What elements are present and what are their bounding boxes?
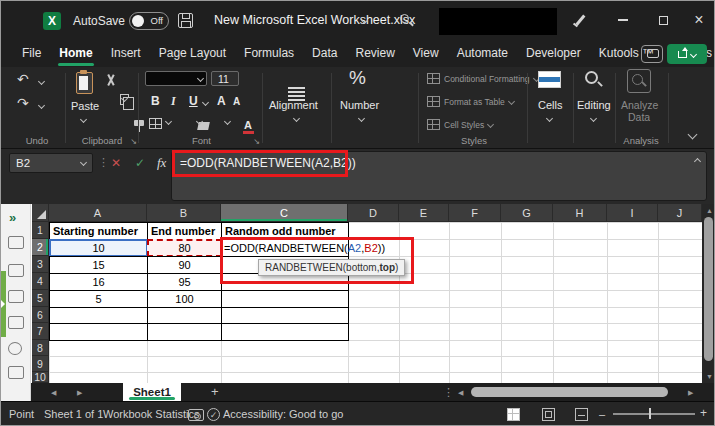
underline-button[interactable]: U xyxy=(189,94,198,108)
excel-app-icon[interactable]: X xyxy=(43,12,61,30)
font-size-combo[interactable]: 11 xyxy=(211,71,239,86)
tab-insert[interactable]: Insert xyxy=(102,41,150,67)
close-button[interactable]: × xyxy=(682,1,715,39)
statistics-icon[interactable] xyxy=(188,409,204,421)
name-box[interactable]: B2 xyxy=(9,153,93,173)
tab-review[interactable]: Review xyxy=(346,41,403,67)
scroll-up-icon[interactable]: ▲ xyxy=(706,207,713,214)
zoom-in-button[interactable]: + xyxy=(700,406,707,420)
font-color-icon[interactable]: A xyxy=(244,120,252,130)
row-header-3[interactable]: 3 xyxy=(32,256,49,273)
italic-button[interactable]: I xyxy=(171,94,176,109)
tab-data[interactable]: Data xyxy=(303,41,346,67)
font-name-combo[interactable] xyxy=(145,71,207,86)
cell-c6[interactable] xyxy=(221,307,349,324)
save-icon[interactable] xyxy=(178,13,193,28)
grow-font-button[interactable]: A xyxy=(217,94,226,108)
cell-a2[interactable]: 10 xyxy=(49,239,148,257)
cell-b6[interactable] xyxy=(147,307,222,324)
pen-mode-icon[interactable] xyxy=(573,13,589,29)
cell-c5[interactable] xyxy=(221,290,349,308)
zoom-out-button[interactable]: – xyxy=(599,408,605,420)
cancel-icon[interactable]: ✕ xyxy=(111,156,121,170)
accessibility-status[interactable]: Accessibility: Good to go xyxy=(223,408,343,420)
column-header-f[interactable]: F xyxy=(449,204,501,222)
add-sheet-icon[interactable]: + xyxy=(211,384,219,399)
horizontal-scroll-thumb[interactable] xyxy=(471,387,668,397)
cell-a5[interactable]: 5 xyxy=(49,290,148,308)
view-page-layout-icon[interactable] xyxy=(542,408,555,421)
hscroll-left-icon[interactable]: ◀ xyxy=(458,389,463,396)
analyze-data-label-1[interactable]: Analyze xyxy=(621,99,658,111)
column-header-i[interactable]: I xyxy=(607,204,658,222)
search-icon[interactable] xyxy=(400,14,409,23)
cell-b1[interactable]: End number xyxy=(147,222,222,240)
row-header-2[interactable]: 2 xyxy=(32,239,49,256)
undo-icon[interactable]: ↶ xyxy=(17,71,29,87)
clipboard-dialog-launcher-icon[interactable]: ↘ xyxy=(130,137,137,146)
cells-group[interactable]: Cells xyxy=(529,67,573,149)
column-header-h[interactable]: H xyxy=(553,204,607,222)
cell-b7[interactable] xyxy=(147,323,222,341)
tab-home[interactable]: Home xyxy=(50,41,101,67)
zoom-slider-handle[interactable] xyxy=(649,408,651,419)
vertical-scrollbar[interactable]: ▲ ▼ xyxy=(702,204,715,383)
sheet-prev-icon[interactable]: ◀ xyxy=(51,389,56,396)
kutools-pane-handle[interactable] xyxy=(1,271,6,337)
column-header-a[interactable]: A xyxy=(49,204,147,222)
tab-formulas[interactable]: Formulas xyxy=(235,41,303,67)
row-header-6[interactable]: 6 xyxy=(32,307,49,323)
accessibility-icon[interactable]: ✓ xyxy=(207,408,220,421)
conditional-formatting-button[interactable]: Conditional Formatting xyxy=(427,73,539,84)
view-normal-icon[interactable] xyxy=(507,408,520,421)
bold-button[interactable]: B xyxy=(151,94,160,108)
font-color-chevron-icon[interactable] xyxy=(224,118,231,125)
redo-chevron-icon[interactable] xyxy=(38,102,45,109)
external-link-icon[interactable] xyxy=(8,366,24,379)
print-icon[interactable] xyxy=(8,290,24,303)
shrink-font-button[interactable]: A xyxy=(233,96,240,107)
cell-a1[interactable]: Starting number xyxy=(49,222,148,240)
scroll-down-icon[interactable]: ▼ xyxy=(706,373,713,380)
autosave-toggle[interactable]: Off xyxy=(129,12,169,30)
tab-developer[interactable]: Developer xyxy=(517,41,590,67)
paste-chevron-icon[interactable] xyxy=(80,116,87,123)
row-header-10[interactable]: 10 xyxy=(32,372,49,383)
row-header-8[interactable]: 8 xyxy=(32,340,49,356)
paste-label[interactable]: Paste xyxy=(71,100,99,112)
cell-a4[interactable]: 16 xyxy=(49,273,148,291)
borders-icon[interactable] xyxy=(149,118,162,129)
paste-icon[interactable] xyxy=(76,72,93,94)
cell-a7[interactable] xyxy=(49,323,148,341)
share-button[interactable] xyxy=(667,44,707,64)
tab-view[interactable]: View xyxy=(404,41,448,67)
minimize-button[interactable] xyxy=(606,1,640,39)
binoculars-icon[interactable] xyxy=(8,342,22,355)
cell-b2[interactable]: 80 xyxy=(147,239,222,257)
select-all-corner[interactable] xyxy=(32,204,49,222)
document-title[interactable]: New Microsoft Excel Worksheet.xlsx xyxy=(214,13,415,27)
row-header-7[interactable]: 7 xyxy=(32,323,49,340)
font-dialog-launcher-icon[interactable]: ↘ xyxy=(253,137,260,146)
alignment-group[interactable]: Alignment xyxy=(264,67,330,149)
ribbon-collapse-chevron-icon[interactable] xyxy=(688,130,698,140)
cell-styles-button[interactable]: Cell Styles xyxy=(427,119,493,130)
column-header-c[interactable]: C xyxy=(221,204,348,222)
insert-function-icon[interactable]: fx xyxy=(157,155,166,171)
view-page-break-icon[interactable] xyxy=(575,408,588,421)
cell-grid[interactable]: A B C D E F G H I J 1 2 3 4 5 6 7 8 9 10… xyxy=(32,204,702,383)
sidebar-expand-icon[interactable]: » xyxy=(9,210,16,225)
sheet-next-icon[interactable]: ▶ xyxy=(77,389,82,396)
row-header-9[interactable]: 9 xyxy=(32,356,49,372)
workbook-pane-icon[interactable] xyxy=(8,236,24,249)
formula-bar-dots-icon[interactable]: ⋮ xyxy=(98,156,109,169)
maximize-button[interactable] xyxy=(646,1,680,39)
format-as-table-button[interactable]: Format as Table xyxy=(427,96,514,107)
sheet-tab-sheet1[interactable]: Sheet1 xyxy=(123,383,181,401)
column-header-g[interactable]: G xyxy=(501,204,553,222)
scrollbar-dots-icon[interactable]: ⋮ xyxy=(443,386,454,399)
redo-icon[interactable]: ↷ xyxy=(17,95,29,111)
zoom-slider-track[interactable] xyxy=(613,413,695,415)
row-header-4[interactable]: 4 xyxy=(32,273,49,290)
column-header-e[interactable]: E xyxy=(399,204,449,222)
